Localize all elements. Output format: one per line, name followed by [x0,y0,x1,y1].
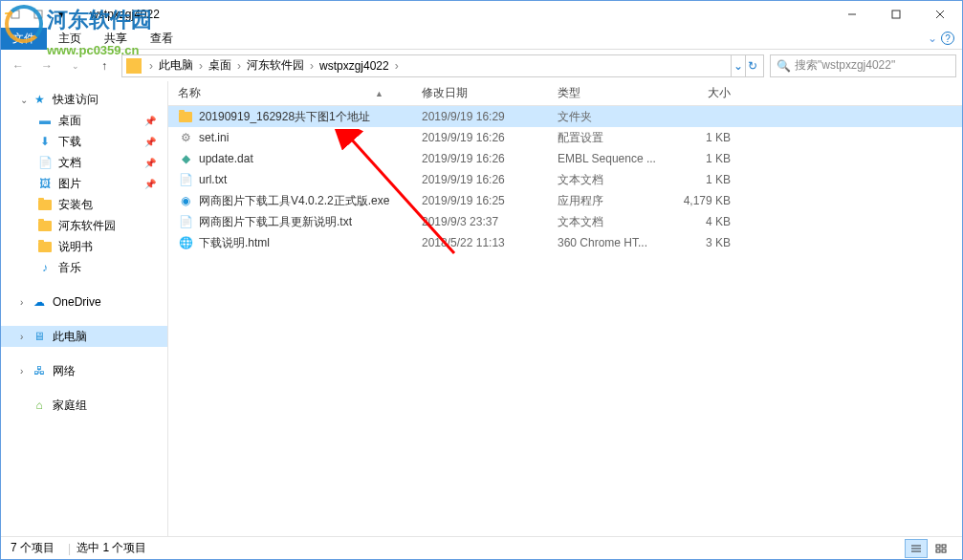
file-name: update.dat [199,152,253,165]
file-size: 1 KB [668,152,744,165]
sidebar-thispc[interactable]: ›🖥此电脑 [1,326,167,347]
svg-rect-0 [11,11,19,18]
sidebar-desktop[interactable]: ▬桌面📌 [1,110,167,131]
onedrive-icon: ☁ [32,294,47,310]
sidebar-manual[interactable]: 说明书 [1,236,167,257]
file-name: url.txt [199,173,227,186]
file-date: 2019/9/19 16:26 [412,131,548,144]
sidebar-homegroup[interactable]: ⌂家庭组 [1,395,167,416]
pin-icon: 📌 [144,179,156,189]
documents-icon: 📄 [37,155,53,170]
column-name[interactable]: 名称▲ [168,85,412,101]
address-dropdown[interactable]: ⌄ [731,55,745,76]
breadcrumb[interactable]: › 此电脑 › 桌面 › 河东软件园 › wstpxzgj4022 › ⌄ ↻ [121,54,764,77]
svg-rect-3 [892,11,900,18]
svg-rect-12 [942,549,946,552]
tab-home[interactable]: 主页 [47,28,93,50]
folder-icon [37,218,53,233]
file-type: 文本文档 [548,214,668,230]
forward-button[interactable]: → [35,54,58,77]
file-type-icon: ◉ [178,193,193,208]
pictures-icon: 🖼 [37,176,53,191]
qat-dropdown[interactable]: ▾ [51,4,72,25]
file-row[interactable]: ◉网商图片下载工具V4.0.2.2正式版.exe2019/9/19 16:25应… [168,190,962,211]
thumbnails-view-button[interactable] [930,539,952,558]
search-input[interactable]: 🔍 搜索"wstpxzgj4022" [770,54,956,77]
column-headers: 名称▲ 修改日期 类型 大小 [168,81,962,106]
pin-icon: 📌 [144,116,156,126]
titlebar: ▾ | wstpxzgj4022 [1,1,962,28]
column-type[interactable]: 类型 [548,85,668,101]
sidebar-music[interactable]: ♪音乐 [1,257,167,278]
address-bar: ← → ⌄ ↑ › 此电脑 › 桌面 › 河东软件园 › wstpxzgj402… [1,50,962,81]
sidebar-onedrive[interactable]: ›☁OneDrive [1,291,167,312]
column-size[interactable]: 大小 [668,85,744,101]
details-view-button[interactable] [905,539,928,558]
file-name: 网商图片下载工具V4.0.2.2正式版.exe [199,193,389,209]
homegroup-icon: ⌂ [32,398,47,413]
folder-icon [37,239,53,254]
file-name: 网商图片下载工具更新说明.txt [199,214,352,230]
breadcrumb-item[interactable]: 此电脑 [157,57,195,74]
file-type: EMBL Sequence ... [548,152,668,165]
chevron-right-icon[interactable]: › [391,59,403,73]
tab-file[interactable]: 文件 [1,28,47,50]
chevron-right-icon[interactable]: › [233,59,245,73]
breadcrumb-item[interactable]: wstpxzgj4022 [317,59,391,73]
file-date: 2018/5/22 11:13 [412,236,548,249]
svg-rect-10 [942,545,946,548]
file-type-icon [178,109,193,124]
desktop-icon: ▬ [37,113,53,128]
back-button[interactable]: ← [7,54,30,77]
refresh-button[interactable]: ↻ [745,55,759,76]
breadcrumb-item[interactable]: 桌面 [207,57,233,74]
file-row[interactable]: ⚙set.ini2019/9/19 16:26配置设置1 KB [168,127,962,148]
tab-view[interactable]: 查看 [139,28,185,50]
file-size: 1 KB [668,173,744,186]
file-row[interactable]: 📄url.txt2019/9/19 16:26文本文档1 KB [168,169,962,190]
column-date[interactable]: 修改日期 [412,85,548,101]
selection-count: 选中 1 个项目 [77,540,146,556]
minimize-button[interactable] [830,1,874,28]
file-row[interactable]: 🌐下载说明.html2018/5/22 11:13360 Chrome HT..… [168,232,962,253]
recent-dropdown[interactable]: ⌄ [64,54,87,77]
help-icon[interactable]: ? [941,32,954,45]
file-type: 应用程序 [548,193,668,209]
up-button[interactable]: ↑ [93,54,116,77]
pc-icon: 🖥 [32,329,47,344]
svg-rect-9 [936,545,940,548]
folder-icon [126,58,142,74]
svg-rect-11 [936,549,940,552]
network-icon: 🖧 [32,363,47,378]
chevron-right-icon[interactable]: › [145,59,157,73]
sidebar-pkg[interactable]: 安装包 [1,194,167,215]
qat-item[interactable] [5,4,26,25]
file-name: set.ini [199,131,229,144]
file-row[interactable]: 📄网商图片下载工具更新说明.txt2019/9/3 23:37文本文档4 KB [168,211,962,232]
file-type-icon: 🌐 [178,235,193,250]
file-type: 文本文档 [548,172,668,188]
tab-share[interactable]: 共享 [93,28,139,50]
chevron-right-icon[interactable]: › [306,59,317,73]
search-icon: 🔍 [777,59,791,73]
file-row[interactable]: 20190919_162928共下图1个地址2019/9/19 16:29文件夹 [168,106,962,127]
maximize-button[interactable] [874,1,918,28]
file-type: 文件夹 [548,109,668,125]
qat-item[interactable] [28,4,49,25]
svg-rect-1 [34,11,42,18]
sidebar-quickaccess[interactable]: ⌄★快速访问 [1,89,167,110]
ribbon: 文件 主页 共享 查看 ⌄ ? [1,28,962,50]
ribbon-expand-icon[interactable]: ⌄ [928,32,937,45]
breadcrumb-item[interactable]: 河东软件园 [245,57,306,74]
close-button[interactable] [918,1,962,28]
pin-icon: 📌 [144,158,156,168]
item-count: 7 个项目 [11,540,55,556]
sidebar-network[interactable]: ›🖧网络 [1,360,167,381]
file-row[interactable]: ◆update.dat2019/9/19 16:26EMBL Sequence … [168,148,962,169]
sidebar-documents[interactable]: 📄文档📌 [1,152,167,173]
sidebar-downloads[interactable]: ⬇下载📌 [1,131,167,152]
sidebar-pictures[interactable]: 🖼图片📌 [1,173,167,194]
file-list: 名称▲ 修改日期 类型 大小 20190919_162928共下图1个地址201… [168,81,962,536]
sidebar-hedong[interactable]: 河东软件园 [1,215,167,236]
chevron-right-icon[interactable]: › [195,59,207,73]
